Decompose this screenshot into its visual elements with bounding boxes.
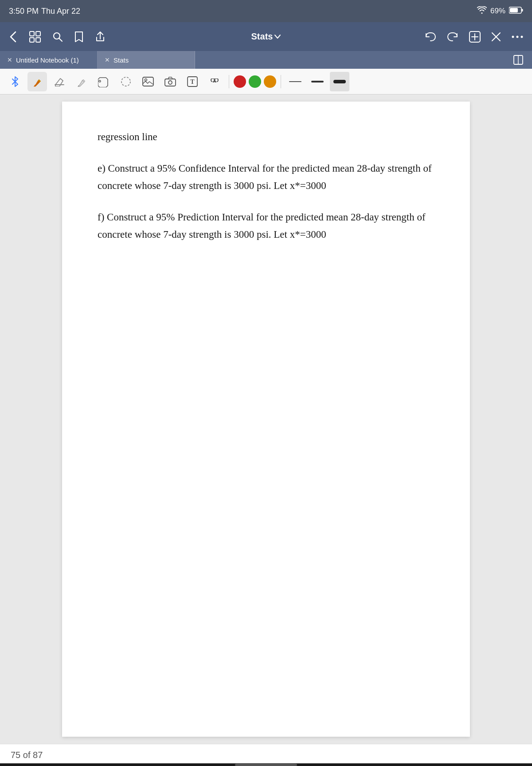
- toolbar: T: [0, 69, 532, 94]
- undo-button[interactable]: [423, 30, 438, 43]
- stroke-thin-button[interactable]: [286, 72, 305, 91]
- redo-button[interactable]: [445, 30, 460, 43]
- wifi-icon: [477, 6, 487, 16]
- toolbar-divider-2: [281, 75, 281, 88]
- page-counter-bar: 75 of 87: [0, 744, 532, 766]
- page-part-f-text: f) Construct a 95% Prediction Interval f…: [98, 208, 434, 243]
- stroke-medium-indicator: [311, 81, 324, 82]
- time-display: 3:50 PM: [9, 7, 39, 16]
- tab-label-1: Untitled Notebook (1): [16, 56, 79, 64]
- battery-icon: [509, 6, 523, 16]
- tab-bar: ✕ Untitled Notebook (1) ✕ Stats: [0, 51, 532, 69]
- svg-point-16: [520, 35, 523, 38]
- eraser-button[interactable]: [50, 72, 69, 91]
- svg-line-8: [59, 38, 63, 41]
- tab-label-2: Stats: [113, 56, 129, 64]
- title-chevron-icon: [274, 35, 281, 39]
- battery-display: 69%: [490, 7, 505, 16]
- nav-right: [352, 29, 525, 44]
- page-intro-text: regression line: [98, 128, 434, 145]
- color-green-button[interactable]: [249, 75, 261, 88]
- svg-point-24: [145, 79, 147, 81]
- nav-left: [7, 28, 180, 45]
- svg-rect-25: [165, 79, 176, 86]
- tab-close-1[interactable]: ✕: [7, 56, 12, 63]
- circle-select-button[interactable]: [116, 72, 136, 91]
- svg-text:T: T: [190, 79, 195, 85]
- attach-button[interactable]: [205, 72, 224, 91]
- bottom-bar: [0, 763, 532, 766]
- grid-button[interactable]: [27, 29, 43, 44]
- svg-rect-5: [30, 38, 34, 42]
- lasso-button[interactable]: [94, 72, 113, 91]
- svg-point-26: [168, 81, 172, 84]
- notebook-page: regression line e) Construct a 95% Confi…: [62, 102, 470, 737]
- back-button[interactable]: [7, 28, 20, 45]
- svg-point-15: [516, 35, 518, 38]
- tab-right-controls: [505, 51, 532, 69]
- share-button[interactable]: [93, 29, 107, 44]
- tab-stats[interactable]: ✕ Stats: [98, 51, 195, 69]
- status-bar: 3:50 PM Thu Apr 22 69%: [0, 0, 532, 22]
- camera-button[interactable]: [160, 72, 180, 91]
- search-button[interactable]: [51, 30, 65, 44]
- nav-title[interactable]: Stats: [251, 31, 281, 42]
- home-indicator: [235, 764, 297, 766]
- svg-point-14: [512, 35, 514, 38]
- svg-point-21: [99, 80, 101, 82]
- stroke-thick-button[interactable]: [330, 72, 349, 91]
- svg-rect-6: [36, 38, 40, 42]
- toolbar-divider-1: [229, 75, 229, 88]
- status-right: 69%: [477, 6, 523, 16]
- image-button[interactable]: [138, 72, 158, 91]
- svg-rect-23: [143, 77, 153, 86]
- color-red-button[interactable]: [234, 75, 246, 88]
- pen-button[interactable]: [27, 72, 47, 91]
- svg-rect-3: [30, 31, 34, 36]
- svg-rect-2: [510, 8, 518, 12]
- add-page-button[interactable]: [467, 29, 482, 44]
- tab-spacer: [195, 51, 505, 69]
- page-counter-text: 75 of 87: [11, 750, 43, 760]
- color-orange-button[interactable]: [264, 75, 276, 88]
- pencil-button[interactable]: [72, 72, 91, 91]
- nav-center: Stats: [180, 31, 352, 42]
- stroke-thick-indicator: [333, 80, 346, 83]
- more-button[interactable]: [510, 33, 525, 40]
- page-part-e-text: e) Construct a 95% Confidence Interval f…: [98, 160, 434, 194]
- bluetooth-button[interactable]: [5, 72, 25, 91]
- close-button[interactable]: [489, 30, 503, 43]
- bookmark-button[interactable]: [73, 29, 85, 44]
- main-content: regression line e) Construct a 95% Confi…: [0, 94, 532, 744]
- text-button[interactable]: T: [183, 72, 202, 91]
- tab-close-2[interactable]: ✕: [105, 56, 110, 63]
- svg-rect-1: [522, 9, 523, 12]
- svg-rect-4: [36, 31, 40, 36]
- stroke-thin-indicator: [289, 81, 301, 82]
- date-display: Thu Apr 22: [41, 7, 80, 16]
- tab-untitled-notebook[interactable]: ✕ Untitled Notebook (1): [0, 51, 98, 69]
- nav-bar: Stats: [0, 22, 532, 51]
- svg-point-22: [121, 77, 130, 86]
- page-content: regression line e) Construct a 95% Confi…: [98, 128, 434, 243]
- tab-layout-button[interactable]: [512, 53, 525, 67]
- stroke-medium-button[interactable]: [308, 72, 327, 91]
- nav-title-text: Stats: [251, 31, 273, 42]
- status-left: 3:50 PM Thu Apr 22: [9, 7, 80, 16]
